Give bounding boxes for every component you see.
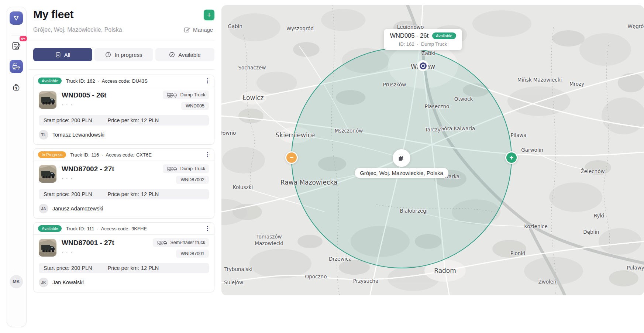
map-city-label: Mińsk Mazowiecki — [517, 77, 562, 83]
truck-popup: WND005 - 26t Available ID: 162 · Dump Tr… — [384, 29, 462, 50]
truck-card[interactable]: Available Truck ID:162 · Access code:DU4… — [33, 75, 214, 145]
map-city-label: Głowno — [221, 130, 236, 136]
map-city-label: Rawa Mazowiecka — [280, 179, 337, 186]
map-city-label: Ryki — [594, 213, 604, 219]
truck-description-ellipsis: · · · — [62, 102, 73, 107]
tab-in-progress[interactable]: In progress — [94, 48, 153, 61]
check-circle-icon — [169, 52, 175, 58]
map-city-label: Mrozy — [569, 81, 584, 87]
app-logo[interactable] — [10, 11, 23, 25]
map-city-label: Piaseczno — [425, 103, 450, 109]
card-header: Available Truck ID:162 · Access code:DU4… — [34, 75, 214, 87]
page-title: My fleet — [33, 8, 73, 21]
money-bag-icon: $ — [11, 83, 21, 92]
plate-tag: WND87002 — [176, 176, 209, 184]
sidebar-rail: 9+ $ MK — [7, 7, 27, 327]
owner-row: JK Jan Kowalski — [39, 278, 84, 287]
status-badge: Available — [38, 78, 62, 84]
map-city-label: Drzewica — [329, 256, 352, 262]
map-city-label: Tomaszów — [256, 234, 282, 240]
fleet-base-label: Grójec, Woj. Mazowieckie, Polska — [355, 168, 448, 178]
truck-name: WND005 - 26t — [62, 91, 106, 99]
truck-name: WND87001 - 27t — [62, 239, 114, 247]
map-city-label: Góra Kalwaria — [440, 126, 475, 131]
dump-truck-icon — [166, 92, 178, 98]
radius-increase-button[interactable]: + — [505, 151, 518, 164]
map-canvas[interactable]: GąbinWyszogródLegionowoWęgrówSochaczewZą… — [221, 5, 644, 295]
map-city-label: Sulejów — [224, 279, 243, 285]
map-city-label: Żelechów — [581, 168, 605, 174]
truck-photo — [39, 91, 56, 109]
map-city-label: Otwock — [454, 96, 473, 102]
truck-type-badge: Dump Truck — [163, 90, 209, 99]
map-city-label: Pionki — [510, 250, 525, 256]
tab-available-label: Available — [178, 52, 201, 58]
price-bar: Start price:200 PLN Price per km:12 PLN — [39, 115, 209, 126]
map-city-label: Kozienice — [524, 223, 548, 229]
truck-meta: Truck ID:116 · Access code:CXT6E — [70, 152, 152, 158]
price-bar: Start price:200 PLN Price per km:12 PLN — [39, 263, 209, 273]
radius-decrease-button[interactable]: − — [285, 151, 298, 164]
owner-avatar: TL — [39, 130, 48, 140]
truck-card[interactable]: Available Truck ID:111 · Access code:9KF… — [33, 222, 214, 292]
owner-avatar: JA — [39, 204, 48, 213]
owner-name: Jan Kowalski — [52, 279, 84, 285]
sidebar-item-fleet[interactable] — [10, 60, 23, 73]
user-avatar[interactable]: MK — [10, 275, 23, 288]
clock-icon — [105, 52, 111, 58]
price-bar: Start price:200 PLN Price per km:12 PLN — [39, 189, 209, 199]
tab-all[interactable]: All — [33, 48, 92, 61]
popup-status-badge: Available — [432, 32, 456, 39]
note-edit-icon — [11, 41, 21, 51]
truck-meta: Truck ID:162 · Access code:DU43S — [66, 78, 148, 84]
add-truck-button[interactable]: + — [204, 10, 214, 20]
map-city-label: Skierniewice — [276, 131, 315, 139]
map-city-label: Przysucha — [353, 278, 378, 284]
popup-truck-name: WND005 - 26t — [390, 32, 429, 39]
truck-location-marker[interactable] — [417, 60, 428, 71]
tabs-divider — [29, 69, 214, 70]
map-city-label: Wyszogród — [286, 25, 314, 31]
map-city-label: Pilawa — [511, 132, 527, 138]
tab-in-progress-label: In progress — [114, 52, 142, 58]
status-badge: Available — [38, 225, 62, 232]
tab-all-label: All — [64, 52, 70, 58]
tab-available[interactable]: Available — [155, 48, 214, 61]
sidebar-item-orders[interactable] — [10, 40, 22, 52]
truck-icon — [12, 62, 21, 71]
document-icon — [55, 52, 61, 58]
truck-description-ellipsis: · · · — [62, 249, 73, 255]
owner-row: JA Janusz Adamczewski — [39, 204, 103, 213]
app-window: 9+ $ MK My fleet + Grójec, Woj. Mazowiec… — [0, 0, 644, 333]
card-menu-button[interactable] — [206, 224, 210, 233]
map-city-label: Puławy — [627, 265, 644, 271]
plate-tag: WND87001 — [176, 250, 209, 258]
map-city-label: Zwoleń — [538, 279, 556, 285]
map-city-label: Pruszków — [383, 82, 406, 87]
truck-meta: Truck ID:111 · Access code:9KFHE — [66, 226, 147, 231]
manage-label: Manage — [193, 27, 213, 33]
card-menu-button[interactable] — [206, 151, 210, 159]
owner-row: TL Tomasz Lewandowski — [39, 130, 104, 140]
card-header: Available Truck ID:111 · Access code:9KF… — [34, 223, 214, 235]
map-city-label: Białobrzegi — [400, 208, 427, 214]
status-badge: In Progress — [38, 151, 66, 158]
dump-truck-icon — [166, 166, 178, 172]
popup-meta: ID: 162 · Dump Truck — [384, 41, 462, 47]
map-city-label: Trybunalski — [224, 266, 252, 272]
map-city-label: Łowicz — [243, 94, 264, 102]
truck-type-badge: Dump Truck — [163, 164, 209, 173]
truck-card[interactable]: In Progress Truck ID:116 · Access code:C… — [33, 148, 214, 219]
truck-photo — [39, 239, 56, 257]
semi-trailer-truck-icon — [156, 240, 168, 246]
manage-button[interactable]: Manage — [184, 27, 213, 33]
fleet-location-subtitle: Grójec, Woj. Mazowieckie, Polska — [33, 27, 122, 33]
map-city-label: Mazowiecki — [255, 240, 283, 246]
card-menu-button[interactable] — [206, 77, 210, 85]
truck-name: WND87002 - 27t — [62, 165, 114, 173]
card-header: In Progress Truck ID:116 · Access code:C… — [34, 149, 214, 161]
truck-description-ellipsis: · · · — [62, 175, 73, 181]
sidebar-item-payments[interactable]: $ — [10, 82, 22, 93]
owner-name: Janusz Adamczewski — [52, 206, 103, 212]
fleet-base-marker[interactable] — [393, 149, 410, 167]
